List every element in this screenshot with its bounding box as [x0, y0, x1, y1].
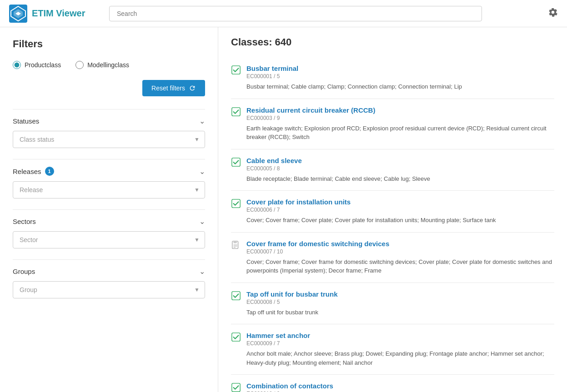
- check-icon: [231, 157, 241, 167]
- statuses-header[interactable]: Statuses ⌄: [13, 117, 205, 125]
- class-item: Cover plate for installation units EC000…: [231, 191, 554, 233]
- class-code: EC000006 / 7: [246, 207, 554, 213]
- releases-select-wrapper: Release ▼: [13, 181, 205, 198]
- check-icon: [231, 198, 241, 208]
- class-item: Hammer set anchor EC000009 / 7 Anchor bo…: [231, 324, 554, 375]
- class-code: EC000001 / 5: [246, 73, 554, 79]
- modellingclass-label: Modellingclass: [87, 61, 129, 69]
- class-info: Combination of contactors EC000010 / 9: [246, 382, 554, 392]
- class-synonyms: Blade receptacle; Blade terminal; Cable …: [231, 174, 554, 184]
- class-item: Residual current circuit breaker (RCCB) …: [231, 99, 554, 149]
- class-name[interactable]: Cable end sleeve: [246, 157, 302, 164]
- groups-select-wrapper: Group ▼: [13, 281, 205, 298]
- sectors-select-wrapper: Sector ▼: [13, 231, 205, 248]
- header-right: [548, 7, 558, 20]
- class-item-header: Hammer set anchor EC000009 / 7: [231, 332, 554, 347]
- class-name[interactable]: Cover plate for installation units: [246, 198, 351, 206]
- logo-icon: [9, 5, 27, 23]
- check-icon: [231, 382, 241, 392]
- sectors-select[interactable]: Sector: [13, 231, 205, 248]
- search-container: [109, 6, 482, 21]
- class-item-header: Tap off unit for busbar trunk EC000008 /…: [231, 290, 554, 305]
- check-icon: [231, 291, 241, 301]
- class-info: Cover plate for installation units EC000…: [246, 198, 554, 213]
- check-icon: [231, 65, 241, 75]
- class-item: Busbar terminal EC000001 / 5 Busbar term…: [231, 57, 554, 99]
- statuses-title: Statuses: [13, 117, 39, 125]
- class-item-header: Cover frame for domestic switching devic…: [231, 240, 554, 255]
- reset-filters-button[interactable]: Reset filters: [142, 80, 205, 96]
- check-icon: [231, 107, 241, 117]
- statuses-select-wrapper: Class status ▼: [13, 131, 205, 148]
- modellingclass-radio[interactable]: [75, 61, 84, 69]
- class-item-header: Residual current circuit breaker (RCCB) …: [231, 106, 554, 121]
- app-header: ETIM Viewer: [0, 0, 567, 27]
- svg-rect-9: [234, 241, 237, 243]
- class-code: EC000007 / 10: [246, 248, 554, 255]
- releases-badge: 1: [45, 167, 54, 176]
- check-icon: [231, 65, 241, 75]
- class-name[interactable]: Cover frame for domestic switching devic…: [246, 240, 389, 248]
- modellingclass-radio-label[interactable]: Modellingclass: [75, 61, 129, 69]
- productclass-radio[interactable]: [13, 61, 21, 69]
- class-item: Cable end sleeve EC000005 / 8 Blade rece…: [231, 149, 554, 191]
- class-synonyms: Busbar terminal; Cable clamp; Clamp; Con…: [231, 82, 554, 91]
- reset-filters-label: Reset filters: [151, 84, 185, 92]
- check-icon: [231, 157, 241, 167]
- sectors-header[interactable]: Sectors ⌄: [13, 217, 205, 226]
- statuses-chevron-icon: ⌄: [199, 117, 205, 125]
- productclass-radio-label[interactable]: Productclass: [13, 61, 61, 69]
- sidebar: Filters Productclass Modellingclass Rese…: [0, 27, 218, 392]
- statuses-select[interactable]: Class status: [13, 131, 205, 148]
- class-synonyms: Cover; Cover frame; Cover frame for dome…: [231, 258, 554, 275]
- check-icon: [231, 332, 241, 342]
- class-name[interactable]: Residual current circuit breaker (RCCB): [246, 106, 375, 114]
- search-input[interactable]: [109, 6, 482, 21]
- main-layout: Filters Productclass Modellingclass Rese…: [0, 27, 567, 392]
- class-name[interactable]: Busbar terminal: [246, 65, 298, 72]
- groups-title: Groups: [13, 268, 35, 275]
- groups-section: Groups ⌄ Group ▼: [13, 259, 205, 309]
- sectors-chevron-icon: ⌄: [199, 217, 205, 226]
- class-info: Busbar terminal EC000001 / 5: [246, 65, 554, 79]
- releases-header[interactable]: Releases 1 ⌄: [13, 167, 205, 176]
- class-item: Tap off unit for busbar trunk EC000008 /…: [231, 283, 554, 325]
- class-name[interactable]: Combination of contactors: [246, 382, 333, 390]
- class-item-header: Combination of contactors EC000010 / 9: [231, 382, 554, 392]
- app-title: ETIM Viewer: [32, 8, 85, 19]
- reset-icon: [189, 84, 196, 92]
- releases-select[interactable]: Release: [13, 181, 205, 198]
- class-item: Cover frame for domestic switching devic…: [231, 233, 554, 283]
- class-info: Tap off unit for busbar trunk EC000008 /…: [246, 290, 554, 305]
- class-type-radio-group: Productclass Modellingclass: [13, 61, 205, 69]
- doc-icon: [231, 240, 241, 250]
- class-item-header: Busbar terminal EC000001 / 5: [231, 65, 554, 79]
- class-list: Busbar terminal EC000001 / 5 Busbar term…: [231, 57, 554, 392]
- class-name[interactable]: Hammer set anchor: [246, 332, 310, 339]
- class-code: EC000008 / 5: [246, 299, 554, 305]
- releases-chevron-icon: ⌄: [199, 167, 205, 176]
- content-title: Classes: 640: [231, 36, 554, 48]
- class-item-header: Cover plate for installation units EC000…: [231, 198, 554, 213]
- class-code: EC000009 / 7: [246, 340, 554, 347]
- sidebar-title: Filters: [13, 38, 205, 50]
- class-item-header: Cable end sleeve EC000005 / 8: [231, 157, 554, 172]
- settings-icon[interactable]: [548, 7, 558, 20]
- productclass-label: Productclass: [25, 61, 61, 69]
- class-name[interactable]: Tap off unit for busbar trunk: [246, 290, 338, 298]
- class-info: Cable end sleeve EC000005 / 8: [246, 157, 554, 172]
- sectors-title: Sectors: [13, 218, 36, 225]
- content-area: Classes: 640 Busbar terminal EC000001 / …: [218, 27, 567, 392]
- class-synonyms: Earth leakage switch; Explosion proof RC…: [231, 124, 554, 142]
- class-info: Hammer set anchor EC000009 / 7: [246, 332, 554, 347]
- reset-area: Reset filters: [13, 80, 205, 109]
- class-code: EC000005 / 8: [246, 165, 554, 172]
- class-synonyms: Tap off unit for busbar trunk: [231, 308, 554, 317]
- groups-header[interactable]: Groups ⌄: [13, 267, 205, 276]
- groups-select[interactable]: Group: [13, 281, 205, 298]
- check-icon: [231, 198, 241, 208]
- releases-section: Releases 1 ⌄ Release ▼: [13, 159, 205, 209]
- class-item: Combination of contactors EC000010 / 9 A…: [231, 375, 554, 392]
- check-icon: [231, 107, 241, 117]
- class-info: Cover frame for domestic switching devic…: [246, 240, 554, 255]
